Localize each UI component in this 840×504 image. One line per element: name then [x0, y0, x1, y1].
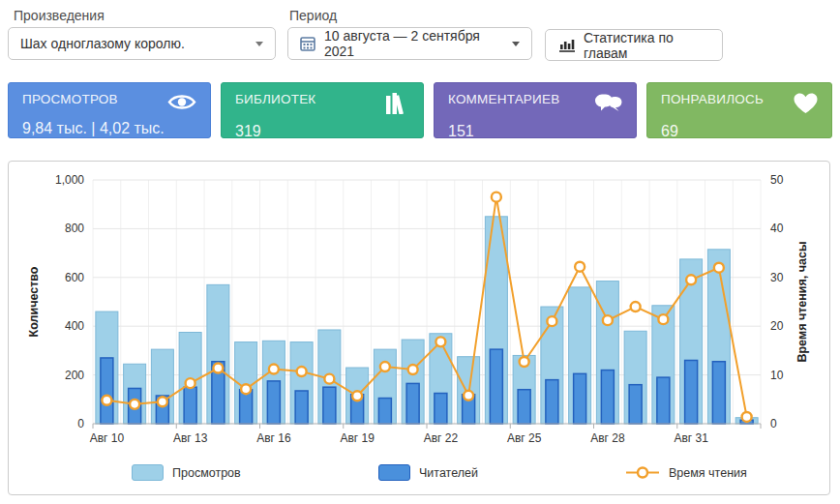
books-icon	[384, 93, 409, 118]
readers-bar[interactable]	[435, 394, 447, 425]
likes-card-title: ПОНРАВИЛОСЬ	[661, 92, 764, 106]
reading-time-point[interactable]	[102, 396, 111, 405]
legend-label-readers: Читателей	[419, 466, 478, 480]
reading-time-point[interactable]	[547, 316, 556, 326]
libraries-card-value: 319	[235, 123, 409, 140]
left-axis-tick-label: 1,000	[55, 173, 84, 187]
eye-icon	[167, 93, 196, 115]
chapter-stats-button-label: Статистика по главам	[584, 30, 708, 61]
views-card-title: ПРОСМОТРОВ	[22, 92, 118, 106]
legend-item-views[interactable]: Просмотров	[132, 464, 241, 481]
calendar-icon	[300, 36, 315, 51]
bar-chart-icon	[559, 38, 575, 52]
reading-time-point[interactable]	[686, 275, 696, 284]
reading-time-point[interactable]	[380, 362, 390, 371]
reading-time-point[interactable]	[186, 378, 195, 388]
right-axis-title: Время чтения, часы	[795, 241, 809, 362]
chapter-stats-button[interactable]: Статистика по главам	[545, 29, 723, 61]
reading-time-point[interactable]	[658, 314, 668, 324]
right-axis-tick-label: 20	[770, 319, 784, 333]
x-axis-tick-label: Авг 31	[674, 431, 708, 445]
readers-bar[interactable]	[518, 390, 530, 424]
comments-card-title: КОММЕНТАРИЕВ	[448, 92, 559, 106]
works-select-value: Шах одноглазому королю.	[20, 36, 246, 51]
readers-bar[interactable]	[712, 362, 725, 424]
readers-swatch-icon	[378, 464, 410, 481]
x-axis-tick-label: Авг 19	[340, 431, 375, 445]
legend-item-readers[interactable]: Читателей	[378, 464, 478, 481]
readers-bar[interactable]	[406, 383, 419, 424]
period-label: Период	[289, 8, 337, 23]
legend-label-views: Просмотров	[172, 466, 241, 480]
likes-card: ПОНРАВИЛОСЬ 69	[646, 82, 832, 138]
legend-item-reading-time[interactable]: Время чтения	[625, 464, 747, 481]
chevron-down-icon	[512, 42, 520, 46]
statistics-page: { "filters": { "works_label": "Произведе…	[0, 0, 840, 504]
reading-time-point[interactable]	[269, 365, 279, 374]
reading-time-point[interactable]	[603, 315, 613, 325]
readers-bar[interactable]	[685, 360, 698, 424]
period-select[interactable]: 10 августа — 2 сентября 2021	[287, 27, 532, 60]
readers-bar[interactable]	[574, 373, 586, 424]
comments-icon	[593, 93, 622, 118]
x-axis-tick-label: Авг 16	[256, 431, 291, 445]
right-axis-tick-label: 10	[770, 369, 784, 382]
reading-time-point[interactable]	[297, 367, 307, 376]
views-card: ПРОСМОТРОВ 9,84 тыс. | 4,02 тыс.	[8, 82, 211, 138]
x-axis-tick-label: Авг 25	[507, 431, 542, 445]
reading-time-point[interactable]	[631, 302, 641, 311]
reading-time-point[interactable]	[408, 365, 418, 374]
reading-time-point[interactable]	[742, 412, 752, 422]
works-label: Произведения	[14, 8, 105, 23]
readers-bar[interactable]	[323, 387, 336, 424]
left-axis-title: Количество	[27, 266, 41, 337]
line-marker-swatch-icon	[625, 464, 660, 481]
libraries-card-title: БИБЛИОТЕК	[235, 92, 315, 106]
views-card-value: 9,84 тыс. | 4,02 тыс.	[22, 120, 196, 137]
readers-bar[interactable]	[490, 349, 502, 424]
x-axis-tick-label: Авг 28	[590, 431, 625, 445]
chevron-down-icon	[255, 42, 263, 46]
readers-bar[interactable]	[601, 371, 614, 424]
reading-time-point[interactable]	[435, 337, 445, 346]
reading-time-point[interactable]	[324, 374, 334, 384]
period-select-value: 10 августа — 2 сентября 2021	[324, 28, 502, 59]
left-axis-tick-label: 400	[65, 319, 84, 333]
reading-time-point[interactable]	[464, 391, 473, 400]
reading-time-point[interactable]	[520, 357, 529, 367]
stats-chart: Авг 10Авг 13Авг 16Авг 19Авг 22Авг 25Авг …	[9, 162, 829, 454]
readers-bar[interactable]	[657, 377, 670, 424]
readers-bar[interactable]	[267, 381, 280, 424]
readers-bar[interactable]	[378, 399, 391, 424]
libraries-card: БИБЛИОТЕК 319	[221, 82, 424, 138]
views-swatch-icon	[132, 464, 164, 481]
x-axis-tick-label: Авг 13	[173, 431, 208, 445]
reading-time-point[interactable]	[130, 400, 139, 409]
reading-time-point[interactable]	[492, 193, 501, 202]
left-axis-tick-label: 800	[65, 222, 84, 235]
left-axis-tick-label: 0	[77, 417, 84, 430]
readers-bar[interactable]	[546, 380, 558, 424]
chart-panel: Авг 10Авг 13Авг 16Авг 19Авг 22Авг 25Авг …	[8, 161, 830, 495]
reading-time-point[interactable]	[213, 364, 223, 373]
works-select[interactable]: Шах одноглазому королю.	[8, 27, 276, 60]
reading-time-point[interactable]	[714, 263, 724, 273]
comments-card: КОММЕНТАРИЕВ 151	[434, 82, 637, 138]
readers-bar[interactable]	[184, 387, 196, 424]
reading-time-point[interactable]	[158, 397, 167, 406]
right-axis-tick-label: 30	[770, 271, 784, 284]
right-axis-tick-label: 50	[770, 173, 784, 187]
reading-time-point[interactable]	[241, 384, 251, 394]
reading-time-point[interactable]	[352, 391, 362, 400]
readers-bar[interactable]	[629, 385, 642, 424]
heart-icon	[794, 93, 818, 118]
readers-bar[interactable]	[295, 391, 308, 424]
readers-bar[interactable]	[101, 358, 113, 424]
legend-label-reading-time: Время чтения	[669, 466, 747, 480]
left-axis-tick-label: 600	[65, 271, 84, 284]
reading-time-point[interactable]	[575, 262, 585, 272]
likes-card-value: 69	[661, 123, 818, 140]
right-axis-tick-label: 0	[770, 417, 777, 430]
x-axis-tick-label: Авг 22	[424, 431, 459, 445]
right-axis-tick-label: 40	[770, 222, 784, 235]
